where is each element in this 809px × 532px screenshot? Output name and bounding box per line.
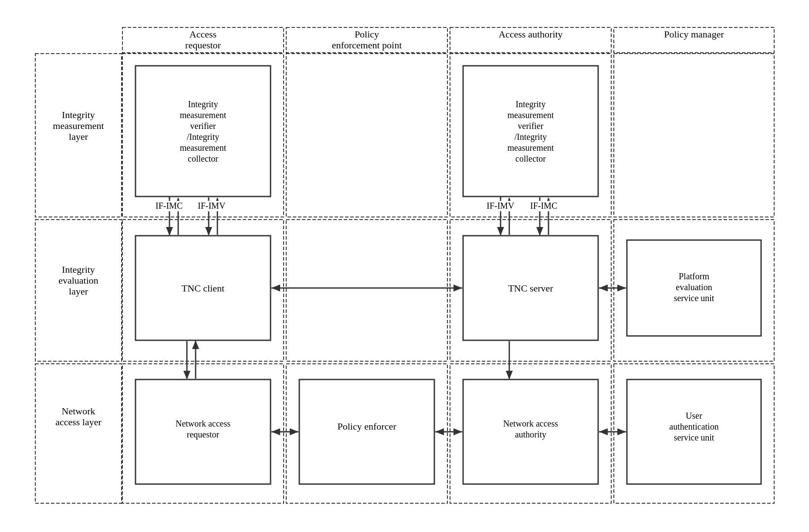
svg-marker-53 — [183, 371, 190, 380]
svg-text:Integrity: Integrity — [515, 99, 545, 109]
svg-rect-67 — [154, 201, 186, 211]
svg-rect-8 — [286, 54, 447, 217]
svg-marker-38 — [497, 227, 504, 236]
svg-rect-71 — [485, 201, 516, 211]
svg-text:authentication: authentication — [669, 422, 718, 431]
svg-text:verifier: verifier — [190, 121, 216, 131]
svg-text:access layer: access layer — [55, 417, 102, 427]
svg-rect-20 — [463, 66, 598, 197]
svg-text:Network access: Network access — [503, 419, 558, 428]
svg-text:verifier: verifier — [518, 121, 543, 131]
svg-text:measurement: measurement — [507, 143, 554, 152]
svg-text:layer: layer — [69, 286, 88, 297]
svg-text:service unit: service unit — [674, 433, 714, 442]
svg-marker-45 — [545, 197, 552, 206]
svg-rect-0 — [122, 27, 284, 53]
svg-rect-23 — [627, 240, 761, 336]
svg-rect-24 — [135, 380, 271, 484]
svg-marker-41 — [506, 197, 513, 206]
svg-text:Access authority: Access authority — [498, 29, 562, 40]
svg-marker-29 — [166, 227, 173, 236]
svg-marker-59 — [290, 428, 298, 435]
svg-rect-12 — [286, 220, 447, 361]
svg-rect-11 — [122, 220, 284, 361]
svg-text:TNC client: TNC client — [181, 283, 224, 294]
svg-text:IF-IMC: IF-IMC — [156, 201, 183, 210]
svg-marker-36 — [214, 197, 221, 206]
svg-text:TNC server: TNC server — [508, 283, 553, 294]
svg-marker-66 — [599, 428, 608, 435]
svg-text:evaluation: evaluation — [58, 275, 98, 286]
svg-text:Integrity: Integrity — [188, 99, 218, 109]
svg-text:measurement: measurement — [53, 120, 104, 131]
svg-text:measurement: measurement — [507, 110, 554, 120]
svg-marker-65 — [617, 428, 626, 435]
svg-text:Policy enforcer: Policy enforcer — [337, 421, 396, 432]
svg-rect-4 — [35, 54, 122, 217]
svg-text:Integrity: Integrity — [62, 109, 95, 120]
svg-rect-26 — [463, 380, 598, 484]
svg-text:Access: Access — [189, 29, 216, 40]
svg-marker-32 — [175, 197, 182, 206]
svg-text:IF-IMV: IF-IMV — [198, 201, 226, 210]
svg-text:measurement: measurement — [179, 110, 226, 120]
svg-rect-6 — [35, 364, 122, 503]
svg-marker-57 — [506, 371, 513, 380]
svg-rect-15 — [122, 364, 284, 503]
svg-rect-27 — [627, 380, 761, 484]
svg-rect-14 — [614, 220, 774, 361]
svg-marker-55 — [192, 340, 199, 349]
svg-rect-2 — [450, 27, 611, 53]
svg-text:User: User — [686, 411, 702, 420]
svg-rect-25 — [299, 380, 434, 484]
svg-marker-50 — [617, 285, 626, 291]
svg-marker-51 — [599, 285, 608, 291]
svg-rect-16 — [286, 364, 447, 503]
svg-text:Integrity: Integrity — [62, 264, 95, 275]
svg-text:Policy: Policy — [354, 29, 379, 40]
svg-rect-3 — [614, 27, 774, 53]
svg-text:requestor: requestor — [185, 40, 221, 51]
svg-rect-7 — [122, 54, 284, 217]
svg-text:Platform: Platform — [679, 271, 709, 281]
svg-marker-63 — [435, 428, 444, 435]
svg-text:service unit: service unit — [674, 293, 714, 303]
svg-text:/Integrity: /Integrity — [514, 132, 546, 142]
svg-text:authority: authority — [515, 430, 546, 440]
svg-rect-73 — [529, 201, 560, 211]
svg-rect-19 — [135, 66, 271, 197]
svg-rect-21 — [135, 236, 271, 340]
svg-text:collector: collector — [188, 154, 218, 163]
svg-rect-1 — [286, 27, 447, 53]
svg-text:Policy manager: Policy manager — [664, 29, 724, 40]
svg-text:collector: collector — [515, 154, 546, 163]
svg-marker-47 — [454, 285, 462, 291]
svg-text:IF-IMC: IF-IMC — [530, 201, 557, 210]
svg-rect-17 — [450, 364, 611, 503]
svg-marker-48 — [271, 285, 280, 291]
svg-text:layer: layer — [69, 131, 88, 142]
svg-marker-34 — [205, 227, 212, 236]
svg-text:IF-IMV: IF-IMV — [487, 201, 515, 210]
svg-rect-22 — [463, 236, 598, 340]
svg-text:Network: Network — [61, 406, 95, 417]
svg-rect-18 — [614, 364, 774, 503]
svg-marker-60 — [271, 428, 280, 435]
svg-text:requestor: requestor — [186, 430, 219, 440]
diagram-svg: IF-IMC IF-IMV IF-IMV IF-IMC Access reque… — [34, 27, 775, 506]
svg-text:/Integrity: /Integrity — [186, 132, 219, 142]
svg-rect-5 — [35, 220, 122, 361]
svg-marker-43 — [536, 227, 543, 236]
svg-rect-69 — [196, 201, 227, 211]
svg-text:Network access: Network access — [175, 419, 230, 428]
svg-marker-62 — [454, 428, 462, 435]
diagram: IF-IMC IF-IMV IF-IMV IF-IMC Access reque… — [34, 27, 775, 506]
svg-text:evaluation: evaluation — [676, 282, 712, 292]
svg-rect-9 — [450, 54, 611, 217]
svg-text:enforcement point: enforcement point — [332, 40, 402, 51]
svg-text:measurement: measurement — [179, 143, 226, 152]
svg-rect-13 — [450, 220, 611, 361]
svg-rect-10 — [614, 54, 774, 217]
